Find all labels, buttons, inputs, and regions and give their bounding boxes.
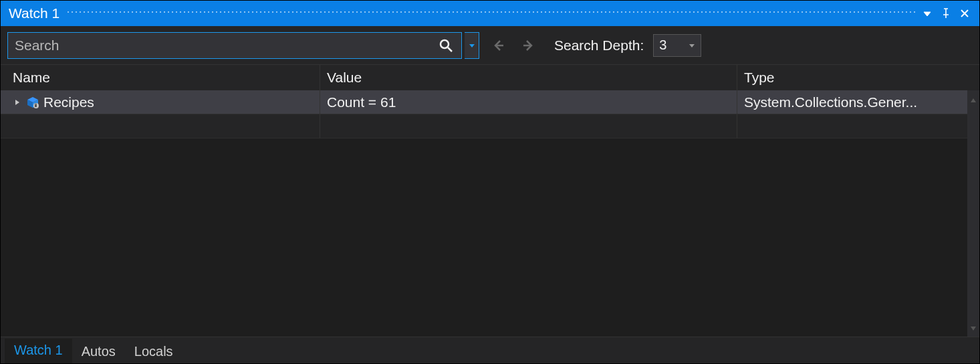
- arrow-left-icon: [491, 38, 505, 53]
- cell-value: [320, 114, 737, 138]
- cell-type: [737, 114, 979, 138]
- svg-marker-6: [689, 44, 695, 48]
- scroll-up-icon[interactable]: [970, 92, 977, 107]
- watch-window: Watch 1: [0, 0, 980, 364]
- close-button[interactable]: [955, 4, 974, 23]
- cube-icon: [26, 96, 39, 109]
- window-title: Watch 1: [9, 5, 59, 21]
- grid-header: Name Value Type: [1, 65, 979, 90]
- search-field-wrap: [7, 32, 462, 59]
- chevron-down-icon: [689, 42, 695, 49]
- svg-line-2: [448, 48, 452, 52]
- column-header-value[interactable]: Value: [320, 65, 737, 90]
- object-icon: [26, 96, 39, 109]
- svg-marker-0: [924, 12, 931, 16]
- scroll-down-icon[interactable]: [970, 320, 977, 335]
- tab-locals[interactable]: Locals: [125, 340, 182, 363]
- watch-grid: Name Value Type: [1, 65, 979, 337]
- row-name-text: Recipes: [43, 94, 94, 110]
- toolbar: Search Depth: 3: [1, 26, 979, 65]
- pin-button[interactable]: [937, 4, 955, 23]
- titlebar[interactable]: Watch 1: [1, 1, 979, 26]
- expand-toggle[interactable]: [13, 98, 22, 107]
- titlebar-grip[interactable]: [66, 1, 918, 26]
- bottom-tabstrip: Watch 1 Autos Locals: [1, 337, 979, 363]
- search-prev-button[interactable]: [486, 33, 510, 58]
- grid-body: Recipes Count = 61 System.Collections.Ge…: [1, 90, 979, 337]
- svg-marker-3: [469, 44, 475, 48]
- svg-marker-7: [15, 100, 19, 105]
- search-next-button[interactable]: [517, 33, 541, 58]
- column-header-name[interactable]: Name: [1, 65, 320, 90]
- cell-name[interactable]: [1, 114, 320, 138]
- tab-autos[interactable]: Autos: [72, 340, 125, 363]
- window-options-button[interactable]: [918, 4, 937, 23]
- column-header-type[interactable]: Type: [737, 65, 979, 90]
- table-row[interactable]: Recipes Count = 61 System.Collections.Ge…: [1, 90, 979, 114]
- svg-point-1: [441, 40, 449, 48]
- search-depth-select[interactable]: 3: [653, 34, 701, 57]
- tab-watch1[interactable]: Watch 1: [5, 339, 72, 363]
- chevron-down-icon: [469, 42, 475, 49]
- triangle-right-icon: [14, 99, 21, 106]
- search-depth-value: 3: [659, 37, 666, 53]
- new-watch-row[interactable]: [1, 114, 979, 139]
- search-depth-label: Search Depth:: [554, 37, 644, 54]
- svg-marker-15: [971, 327, 976, 331]
- svg-marker-14: [971, 98, 976, 102]
- search-button[interactable]: [431, 33, 461, 58]
- cell-value[interactable]: Count = 61: [320, 90, 737, 114]
- search-options-dropdown[interactable]: [465, 32, 479, 59]
- cell-type[interactable]: System.Collections.Gener...: [737, 90, 979, 114]
- vertical-scrollbar[interactable]: [967, 90, 979, 337]
- search-input[interactable]: [8, 33, 431, 58]
- cell-name[interactable]: Recipes: [1, 90, 320, 114]
- arrow-right-icon: [521, 38, 536, 53]
- search-icon: [439, 38, 453, 53]
